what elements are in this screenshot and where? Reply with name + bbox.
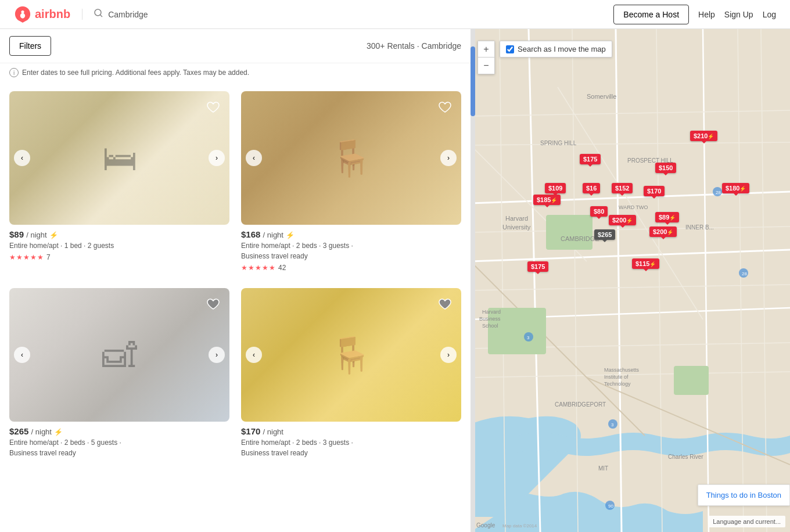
logo-text: airbnb	[35, 8, 70, 21]
svg-text:University: University	[502, 224, 531, 231]
listing-beds: 2 beds	[296, 438, 317, 447]
filters-button[interactable]: Filters	[9, 36, 51, 56]
search-text: Cambridge	[108, 10, 148, 19]
svg-text:Harvard: Harvard	[505, 215, 528, 222]
notice-bar: i Enter dates to see full pricing. Addit…	[0, 63, 471, 82]
listing-beds: 2 beds	[64, 438, 85, 447]
carousel-prev-button[interactable]: ‹	[246, 347, 262, 363]
stars-icon: ★★★★★	[9, 253, 44, 261]
price-pin-14[interactable]: $175	[527, 261, 548, 272]
svg-text:WARD TWO: WARD TWO	[619, 204, 648, 210]
price-pin-4[interactable]: $16	[583, 183, 600, 193]
map-scrollbar[interactable]	[471, 29, 475, 532]
svg-text:CAMBRIDGEPORT: CAMBRIDGEPORT	[555, 401, 606, 408]
listing-image-container: 🪑 ‹ ›	[241, 288, 461, 422]
search-as-move-control[interactable]: Search as I move the map	[500, 41, 612, 57]
price-value: $168	[241, 229, 260, 239]
svg-text:Charles River: Charles River	[668, 454, 703, 460]
log-in-link[interactable]: Log	[763, 10, 776, 19]
help-link[interactable]: Help	[698, 10, 715, 19]
listing-extra: Business travel ready	[241, 449, 308, 457]
listing-beds: 1 bed	[64, 242, 82, 250]
listing-separator2: ·	[319, 438, 323, 447]
carousel-next-button[interactable]: ›	[440, 150, 457, 166]
listing-separator1: ·	[292, 438, 296, 447]
zoom-in-button[interactable]: +	[478, 41, 494, 57]
svg-point-0	[95, 9, 101, 16]
price-pin-11[interactable]: $89⚡	[655, 212, 679, 222]
listing-card-4[interactable]: 🪑 ‹ › $170 / night Entire home/apt · 2 b…	[241, 288, 461, 465]
price-pin-13[interactable]: $200⚡	[649, 227, 677, 237]
price-pin-7[interactable]: $180⚡	[722, 183, 749, 193]
room-drawing: 🪑	[241, 91, 461, 225]
price-value: $170	[241, 426, 260, 436]
header-actions: Become a Host Help Sign Up Log	[613, 5, 776, 24]
price-pin-6[interactable]: $170	[644, 186, 665, 196]
price-pin-10[interactable]: $200⚡	[609, 215, 636, 225]
svg-line-1	[100, 15, 103, 17]
become-host-button[interactable]: Become a Host	[613, 5, 689, 24]
price-pin-9[interactable]: $80	[590, 206, 608, 217]
search-as-move-checkbox[interactable]	[506, 45, 514, 53]
svg-text:School: School	[482, 323, 498, 329]
lightning-icon: ⚡	[286, 231, 295, 239]
main-layout: Filters 300+ Rentals · Cambridge i Enter…	[0, 29, 790, 532]
listing-card-3[interactable]: 🛋 ‹ › $265 / night ⚡ Entire home/apt · 2…	[9, 288, 229, 465]
listing-details: Entire home/apt · 2 beds · 5 guests · Bu…	[9, 437, 229, 458]
listing-extra: Business travel ready	[241, 252, 308, 260]
svg-text:SPRING HILL: SPRING HILL	[540, 140, 577, 146]
carousel-next-button[interactable]: ›	[209, 347, 225, 363]
heart-icon	[437, 99, 453, 116]
listing-price: $170 / night	[241, 426, 461, 436]
price-pin-0[interactable]: $210⚡	[690, 131, 717, 141]
wishlist-button[interactable]	[435, 97, 455, 120]
sign-up-link[interactable]: Sign Up	[724, 10, 753, 19]
svg-text:3: 3	[611, 422, 614, 427]
listing-price: $265 / night ⚡	[9, 426, 229, 436]
listing-separator2: ·	[319, 242, 323, 250]
svg-text:MIT: MIT	[598, 465, 608, 472]
price-pin-2[interactable]: $150	[655, 163, 676, 173]
price-pin-5[interactable]: $152	[612, 183, 633, 193]
listing-price: $89 / night ⚡	[9, 229, 229, 239]
things-todo-link[interactable]: Things to do in Boston	[698, 484, 790, 506]
svg-text:Map data ©2014: Map data ©2014	[502, 523, 537, 529]
carousel-next-button[interactable]: ›	[440, 347, 457, 363]
price-pin-1[interactable]: $175	[580, 154, 601, 164]
listing-details: Entire home/apt · 2 beds · 3 guests · Bu…	[241, 437, 461, 458]
price-pin-8[interactable]: $185⚡	[533, 195, 561, 205]
wishlist-button[interactable]	[435, 294, 455, 317]
price-pin-15[interactable]: $115⚡	[632, 258, 659, 269]
listing-price: $168 / night ⚡	[241, 229, 461, 239]
price-pin-3[interactable]: $109	[545, 183, 566, 193]
svg-rect-25	[488, 308, 546, 354]
price-pin-12[interactable]: $265	[594, 229, 615, 240]
price-value: $89	[9, 229, 24, 239]
map-panel: Somerville SPRING HILL PROSPECT HILL Har…	[471, 29, 790, 532]
wishlist-button[interactable]	[203, 97, 224, 120]
search-bar[interactable]: Cambridge	[82, 9, 148, 20]
listing-card-1[interactable]: 🛏 ‹ › $89 / night ⚡ Entire home/apt · 1 …	[9, 91, 229, 276]
wishlist-button[interactable]	[203, 294, 224, 317]
stars-icon: ★★★★★	[241, 264, 276, 272]
svg-text:28: 28	[716, 190, 721, 195]
zoom-out-button[interactable]: −	[478, 57, 494, 74]
carousel-next-button[interactable]: ›	[209, 150, 225, 166]
carousel-prev-button[interactable]: ‹	[246, 150, 262, 166]
price-unit: / night	[31, 427, 52, 436]
listing-rating: ★★★★★ 42	[241, 264, 461, 272]
listing-separator2: ·	[84, 242, 88, 250]
listing-details: Entire home/apt · 2 beds · 3 guests · Bu…	[241, 240, 461, 261]
listing-card-2[interactable]: 🪑 ‹ › $168 / night ⚡ Entire home/apt · 2…	[241, 91, 461, 276]
svg-text:CAMBRIDGE: CAMBRIDGE	[561, 235, 599, 242]
airbnb-logo-icon	[14, 6, 31, 23]
listing-type: Entire home/apt	[9, 242, 59, 250]
price-unit: / night	[263, 231, 283, 239]
carousel-prev-button[interactable]: ‹	[14, 150, 30, 166]
svg-text:Somerville: Somerville	[587, 93, 616, 100]
price-unit: / night	[263, 427, 283, 436]
language-currency[interactable]: Language and current...	[708, 516, 785, 527]
carousel-prev-button[interactable]: ‹	[14, 347, 30, 363]
listing-info: $265 / night ⚡ Entire home/apt · 2 beds …	[9, 422, 229, 465]
logo[interactable]: airbnb	[14, 6, 70, 23]
